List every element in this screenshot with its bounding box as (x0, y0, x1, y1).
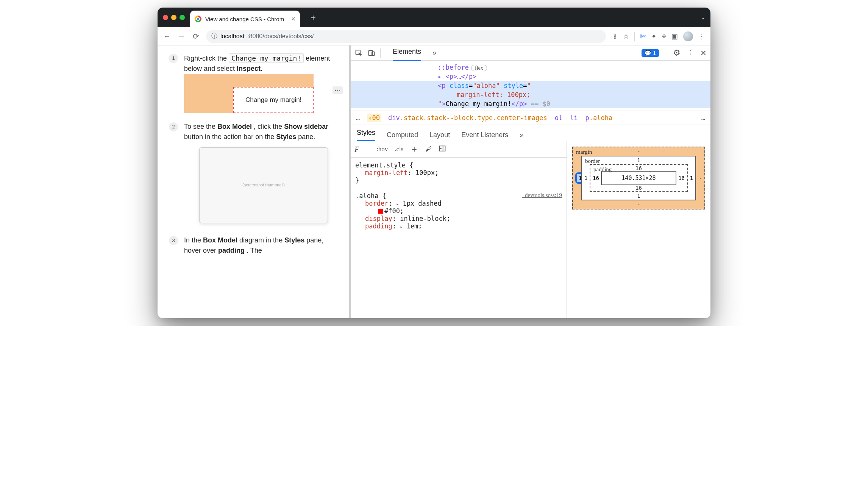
tree-node-selected[interactable]: <p class="aloha" style=" (351, 81, 710, 90)
tab-overflow-icon[interactable]: » (520, 131, 523, 139)
screenshot-thumbnail: (screenshot thumbnail) (199, 147, 328, 223)
filter-input[interactable]: F (354, 145, 370, 154)
share-icon[interactable]: ⇪ (612, 32, 618, 41)
step-number: 3 (169, 236, 178, 245)
tab-computed[interactable]: Computed (387, 131, 418, 139)
color-swatch-icon[interactable] (378, 209, 383, 214)
padding-top-value[interactable]: 16 (635, 165, 642, 171)
minimize-window-button[interactable] (171, 15, 176, 20)
chrome-menu-icon[interactable]: ⋮ (698, 32, 705, 41)
crumb-highlight[interactable]: ‹00 (367, 114, 381, 122)
box-border[interactable]: border 1 1 1 1 padding 16 16 16 16 (581, 156, 696, 200)
reading-list-icon[interactable]: ⎆ (662, 32, 666, 40)
back-button[interactable]: ← (163, 32, 171, 41)
step-text: In the (184, 236, 203, 244)
scissors-icon[interactable]: ✄ (640, 32, 646, 41)
url-input[interactable]: ⓘ localhost:8080/docs/devtools/css/ (206, 30, 606, 43)
tab-overflow-icon[interactable]: » (432, 49, 436, 57)
padding-left-value[interactable]: 16 (593, 175, 599, 181)
star-icon[interactable]: ☆ (623, 32, 629, 41)
new-tab-button[interactable]: ＋ (309, 12, 317, 23)
crumb-more-left[interactable]: … (356, 114, 360, 122)
css-value[interactable]: inline-block (400, 215, 446, 222)
inspect-element-icon[interactable] (354, 49, 363, 57)
source-link[interactable]: _devtools.scss:19 (522, 192, 562, 198)
tab-event-listeners[interactable]: Event Listeners (461, 131, 508, 139)
hov-toggle[interactable]: :hov (376, 145, 388, 153)
tree-pseudo[interactable]: ::before (438, 64, 469, 71)
close-window-button[interactable] (163, 15, 168, 20)
crumb-item[interactable]: ol (555, 114, 562, 122)
css-property[interactable]: border (365, 200, 388, 207)
demo-change-margin[interactable]: Change my margin! (233, 87, 314, 113)
feedback-badge[interactable]: 💬 1 (642, 49, 659, 57)
css-property[interactable]: display (365, 215, 392, 222)
box-margin[interactable]: margin - 100 - - border 1 1 1 1 paddin (572, 147, 705, 209)
border-top-value[interactable]: 1 (637, 157, 640, 163)
styles-action-bar: F :hov .cls ＋ 🖌 (351, 141, 567, 158)
step-2: 2 To see the Box Model , click the Show … (169, 122, 338, 227)
dom-tree[interactable]: ::beforeflex ▸ <p>…</p> <p class="aloha"… (351, 61, 710, 111)
padding-bottom-value[interactable]: 16 (635, 185, 642, 191)
paint-icon[interactable]: 🖌 (425, 145, 432, 153)
show-sidebar-icon[interactable] (439, 145, 446, 154)
tree-node[interactable]: ▸ <p>…</p> (438, 73, 476, 80)
browser-tab[interactable]: View and change CSS - Chrom × (190, 11, 300, 27)
tab-elements[interactable]: Elements (393, 48, 421, 58)
site-info-icon[interactable]: ⓘ (211, 32, 217, 40)
margin-bottom-value[interactable]: - (637, 202, 640, 208)
close-devtools-icon[interactable]: ✕ (700, 48, 707, 58)
kebab-menu-icon[interactable]: ⋮ (687, 49, 693, 56)
box-padding[interactable]: padding 16 16 16 16 140.531×28 (590, 164, 688, 192)
border-bottom-value[interactable]: 1 (637, 193, 640, 199)
rule-close: } (355, 177, 562, 184)
step-text: pane. (298, 133, 315, 141)
box-content-size[interactable]: 140.531×28 (601, 171, 676, 185)
tab-list-dropdown-icon[interactable]: ⌄ (701, 14, 705, 20)
tab-layout[interactable]: Layout (429, 131, 450, 139)
step-text: To see the (184, 123, 217, 130)
crumb-more-right[interactable]: … (701, 114, 705, 122)
settings-icon[interactable]: ⚙ (673, 48, 681, 58)
extensions-icon[interactable]: ✦ (651, 32, 657, 41)
toolbar-icons: ⇪ ☆ ✄ ✦ ⎆ ▣ ⋮ (612, 31, 705, 41)
side-panel-icon[interactable]: ▣ (671, 32, 678, 41)
cls-toggle[interactable]: .cls (395, 145, 403, 153)
tab-styles[interactable]: Styles (357, 129, 375, 141)
css-value[interactable]: 100px (415, 169, 435, 177)
browser-window: View and change CSS - Chrom × ＋ ⌄ ← → ⟳ … (158, 8, 710, 318)
styles-pane-body: F :hov .cls ＋ 🖌 element.style { margin-l… (351, 141, 710, 318)
flex-badge[interactable]: flex (471, 65, 487, 71)
border-right-value[interactable]: 1 (690, 175, 693, 181)
device-toolbar-icon[interactable] (367, 49, 376, 57)
margin-right-value[interactable]: - (699, 175, 702, 181)
border-left-value[interactable]: 1 (584, 175, 587, 181)
css-value[interactable]: 1em (407, 222, 418, 230)
rule-aloha[interactable]: _devtools.scss:19 .aloha { border: ▸ 1px… (351, 188, 567, 234)
css-rules-column: F :hov .cls ＋ 🖌 element.style { margin-l… (351, 141, 567, 318)
devtools-toolbar: Elements » 💬 1 ⚙ ⋮ ✕ (351, 45, 710, 61)
box-model-diagram[interactable]: margin - 100 - - border 1 1 1 1 paddin (567, 141, 710, 318)
step-text: Right-click the (184, 55, 229, 62)
css-property[interactable]: margin-left (365, 169, 408, 177)
padding-right-value[interactable]: 16 (678, 175, 685, 181)
rule-selector: element.style { (355, 161, 562, 169)
demo-margin-highlight: Change my margin! (184, 74, 314, 113)
label-margin: margin (576, 149, 592, 155)
forward-button[interactable]: → (177, 32, 186, 41)
css-property[interactable]: padding (365, 222, 392, 230)
reload-button[interactable]: ⟳ (192, 32, 200, 41)
crumb-item[interactable]: li (570, 114, 578, 122)
dom-breadcrumb[interactable]: … ‹00 div.stack.stack--block.type.center… (351, 111, 710, 125)
rule-element-style[interactable]: element.style { margin-left: 100px; } (351, 158, 567, 188)
step-text: . (261, 65, 262, 72)
maximize-window-button[interactable] (180, 15, 185, 20)
margin-top-value[interactable]: - (637, 148, 640, 155)
css-value[interactable]: #f00 (384, 207, 400, 215)
close-tab-icon[interactable]: × (291, 15, 295, 23)
crumb-item[interactable]: .stack.stack--block.type.center-images (400, 114, 547, 122)
css-value[interactable]: 1px dashed (403, 200, 441, 207)
new-rule-icon[interactable]: ＋ (410, 144, 418, 155)
crumb-leaf[interactable]: p.aloha (585, 114, 613, 122)
profile-avatar[interactable] (683, 31, 693, 41)
